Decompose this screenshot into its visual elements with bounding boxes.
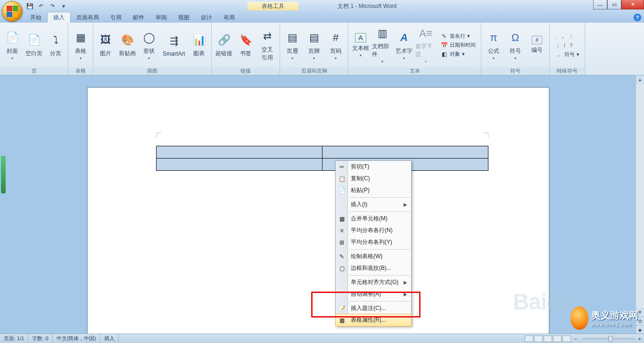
picture-button[interactable]: 🖼图片 (95, 27, 116, 64)
wordart-button[interactable]: A艺术字▾ (394, 27, 414, 64)
shapes-button[interactable]: ◯形状▾ (139, 27, 159, 64)
picture-icon: 🖼 (98, 33, 113, 48)
smartart-button[interactable]: ⇶SmartArt (160, 27, 188, 64)
object-button[interactable]: ◧对象 ▾ (439, 50, 477, 59)
tab-references[interactable]: 引用 (105, 12, 127, 23)
table-cell[interactable] (157, 159, 322, 171)
contextual-tab-title: 表格工具 (248, 2, 298, 10)
table-cell[interactable] (322, 146, 488, 159)
close-button[interactable]: ✕ (621, 0, 644, 9)
tab-page-layout[interactable]: 页面布局 (71, 12, 105, 23)
table-row[interactable] (157, 146, 488, 159)
ctx-cut[interactable]: ✂剪切(T) (336, 161, 411, 173)
page-break-button[interactable]: ⤵分页 (45, 27, 66, 64)
status-insert-mode[interactable]: 插入 (100, 334, 119, 343)
page-number-button[interactable]: #页码▾ (325, 27, 346, 64)
ctx-cell-align[interactable]: 单元格对齐方式(G)▶ (336, 276, 411, 288)
zoom-out-button[interactable]: − (574, 336, 577, 342)
submenu-arrow-icon: ▶ (404, 280, 407, 285)
quick-access-toolbar: 💾 ↶ ↷ ▾ (25, 1, 69, 11)
symbol-button[interactable]: Ω符号▾ (505, 27, 526, 64)
status-word-count[interactable]: 字数: 0 (28, 334, 52, 343)
tab-design[interactable]: 设计 (195, 12, 218, 23)
zoom-in-button[interactable]: + (638, 336, 641, 342)
view-full-screen[interactable] (534, 335, 543, 342)
table-button[interactable]: ▦表格▾ (70, 27, 91, 64)
view-outline[interactable] (553, 335, 561, 342)
tab-mailings[interactable]: 邮件 (127, 12, 150, 23)
view-print-layout[interactable] (525, 335, 533, 342)
quick-parts-icon: ▥ (375, 27, 390, 41)
group-label: 特殊符号 (550, 67, 585, 75)
group-label: 链接 (212, 67, 280, 75)
ctx-distribute-rows[interactable]: ≡平均分布各行(N) (336, 225, 411, 236)
ctx-paste[interactable]: 📄粘贴(P) (336, 184, 411, 196)
page-slider[interactable] (1, 156, 6, 193)
office-button[interactable] (2, 1, 23, 22)
wordart-icon: A (396, 30, 412, 45)
symbol-icon: Ω (508, 30, 523, 45)
tab-home[interactable]: 开始 (25, 12, 47, 23)
header-button[interactable]: ▤页眉▾ (282, 27, 303, 64)
status-language[interactable]: 中文(简体，中国) (53, 334, 100, 343)
zoom-slider[interactable] (583, 338, 635, 340)
site-name: 奥义游戏网 (591, 309, 638, 322)
minimize-button[interactable]: — (593, 0, 607, 9)
table-icon: ▦ (73, 30, 88, 45)
chart-button[interactable]: 📊图表 (189, 27, 209, 64)
footer-button[interactable]: ▤页脚▾ (304, 27, 324, 64)
selected-table[interactable] (156, 146, 488, 171)
table-row[interactable] (157, 159, 488, 171)
view-web-layout[interactable] (544, 335, 552, 342)
quick-parts-button[interactable]: ▥文档部件▾ (372, 27, 393, 64)
status-page[interactable]: 页面: 1/1 (0, 334, 28, 343)
textbox-button[interactable]: A文本框▾ (350, 27, 371, 64)
ctx-draw-table[interactable]: ✎绘制表格(W) (336, 251, 411, 262)
save-button[interactable]: 💾 (25, 1, 35, 11)
ctx-insert-caption[interactable]: 📝插入题注(C)... (336, 302, 411, 314)
clipart-button[interactable]: 🎨剪贴画 (117, 27, 138, 64)
group-tables: ▦表格▾ 表格 (68, 23, 93, 75)
more-symbols-button[interactable]: ，符号 ▾ (553, 50, 581, 59)
date-time-button[interactable]: 📅日期和时间 (439, 41, 477, 50)
bookmark-button[interactable]: 🔖书签 (235, 27, 256, 64)
ctx-table-properties[interactable]: ▦表格属性(R)... (336, 314, 411, 326)
redo-button[interactable]: ↷ (47, 1, 58, 11)
ctx-borders[interactable]: ▢边框和底纹(B)... (336, 262, 411, 274)
signature-icon: ✎ (440, 33, 448, 40)
undo-button[interactable]: ↶ (36, 1, 46, 11)
group-symbols: π公式▾ Ω符号▾ #编号 符号 (481, 23, 550, 75)
maximize-button[interactable]: ▭ (607, 0, 621, 9)
equation-button[interactable]: π公式▾ (483, 27, 504, 64)
tab-view[interactable]: 视图 (173, 12, 195, 23)
cross-ref-button[interactable]: ⇄交叉 引用 (257, 27, 278, 64)
tab-table-layout[interactable]: 布局 (218, 12, 240, 23)
vertical-scrollbar[interactable]: ▲ ▼ ≑● (636, 75, 644, 334)
paste-icon: 📄 (338, 186, 346, 195)
ctx-copy[interactable]: 📋复制(C) (336, 173, 411, 184)
smartart-icon: ⇶ (166, 33, 182, 49)
blank-page-button[interactable]: 📄空白页 (24, 27, 44, 64)
help-icon[interactable]: ? (634, 14, 641, 21)
zoom-thumb[interactable] (609, 336, 612, 342)
cover-page-button[interactable]: 📄封面▾ (2, 27, 23, 64)
tab-insert[interactable]: 插入 (47, 12, 71, 23)
tab-review[interactable]: 审阅 (150, 12, 173, 23)
submenu-arrow-icon: ▶ (404, 202, 407, 207)
ctx-distribute-cols[interactable]: ⊞平均分布各列(Y) (336, 236, 411, 248)
caption-icon: 📝 (338, 304, 346, 313)
scroll-up-button[interactable]: ▲ (636, 75, 644, 84)
ctx-insert[interactable]: 插入(I)▶ (336, 199, 411, 210)
borders-icon: ▢ (338, 264, 346, 273)
ctx-merge-cells[interactable]: ▦合并单元格(M) (336, 213, 411, 225)
number-button[interactable]: #编号 (527, 27, 547, 64)
qat-customize[interactable]: ▾ (58, 1, 69, 11)
hyperlink-button[interactable]: 🔗超链接 (214, 27, 234, 64)
site-url: www.aoe1.com (591, 322, 638, 327)
table-cell[interactable] (157, 146, 322, 159)
drop-cap-button[interactable]: A≡首字下沉▾ (415, 27, 436, 64)
ctx-autofit[interactable]: 自动调整(A)▶ (336, 288, 411, 300)
ribbon-tabs: 开始 插入 页面布局 引用 邮件 审阅 视图 设计 布局 ? (0, 12, 644, 23)
signature-line-button[interactable]: ✎签名行 ▾ (439, 32, 477, 41)
view-draft[interactable] (562, 335, 571, 342)
